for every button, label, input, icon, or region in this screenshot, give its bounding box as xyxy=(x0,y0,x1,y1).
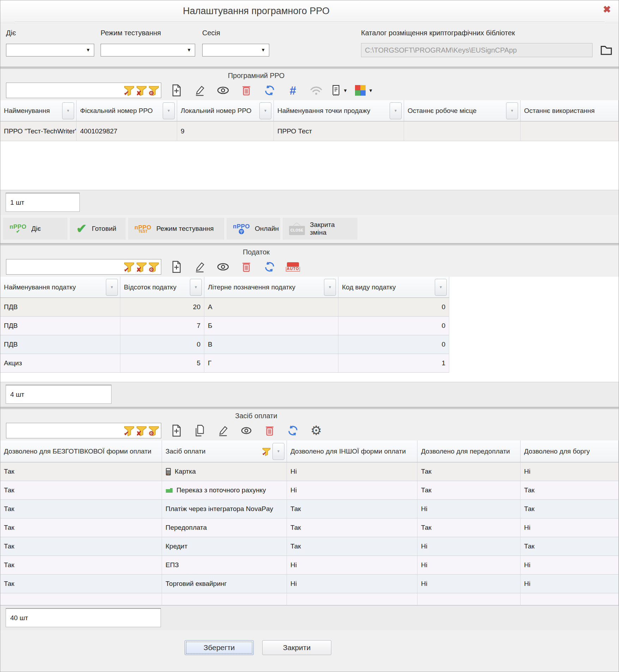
fiscal-number-button[interactable]: # xyxy=(285,82,301,99)
eye-icon xyxy=(217,86,229,95)
edit-button[interactable] xyxy=(215,422,231,439)
add-button[interactable] xyxy=(168,258,185,275)
empty-table-space xyxy=(0,373,619,382)
column-filter-button[interactable]: ▼ xyxy=(190,279,202,296)
copy-icon xyxy=(194,424,205,437)
table-cell: Так xyxy=(287,537,417,556)
testmode-select[interactable]: ▼ xyxy=(101,44,195,56)
refresh-button[interactable] xyxy=(262,82,278,99)
table-cell: Торговий еквайринг xyxy=(162,575,287,593)
copy-button[interactable] xyxy=(192,422,208,439)
table-row[interactable]: Так xyxy=(0,575,162,593)
closed-shift-icon: CLOSE xyxy=(289,222,305,235)
filter-settings-icon[interactable]: ⚙ xyxy=(149,85,159,96)
table-cell: 9 xyxy=(177,121,274,141)
column-filter-button[interactable]: ▼ xyxy=(62,102,74,119)
column-header: Літерне позначення податку▼ xyxy=(204,277,338,298)
table-row[interactable]: Так xyxy=(0,481,162,500)
delete-button[interactable] xyxy=(238,258,254,275)
table-cell: Ні xyxy=(287,556,417,575)
table-row[interactable]: Так xyxy=(0,518,162,537)
nprro-test-icon: пРРОTEST xyxy=(134,224,151,233)
table-cell: ПРРО Тест xyxy=(274,121,404,141)
table-cell: 20 xyxy=(120,298,204,317)
hash-icon: # xyxy=(290,85,296,96)
table-row[interactable]: ПДВ xyxy=(0,317,120,335)
payment-filter-input[interactable] xyxy=(7,424,113,437)
color-marker-menu[interactable]: ▼ xyxy=(355,85,373,96)
svg-text:✘: ✘ xyxy=(136,266,142,272)
browse-folder-button[interactable] xyxy=(600,43,613,56)
report-menu[interactable]: ▼ xyxy=(331,85,348,96)
table-cell: В xyxy=(204,335,338,354)
svg-text:✘: ✘ xyxy=(136,90,142,96)
action-select[interactable]: ▼ xyxy=(6,44,94,56)
filter-apply-icon[interactable]: ✔ xyxy=(124,85,134,96)
table-row[interactable]: Так xyxy=(0,500,162,518)
column-filter-button[interactable]: ▼ xyxy=(390,102,402,119)
refresh-button[interactable] xyxy=(262,258,278,275)
edit-button[interactable] xyxy=(192,258,208,275)
close-button[interactable]: Закрити xyxy=(262,640,331,655)
column-filter-button[interactable]: ▼ xyxy=(259,102,271,119)
view-button[interactable] xyxy=(215,258,231,275)
svg-text:✔: ✔ xyxy=(124,90,129,96)
view-button[interactable] xyxy=(238,422,254,439)
filter-settings-icon[interactable]: ⚙ xyxy=(149,425,159,436)
table-row[interactable]: Так xyxy=(0,537,162,556)
refresh-button[interactable] xyxy=(285,422,301,439)
svg-text:✘: ✘ xyxy=(136,430,142,436)
trash-icon xyxy=(241,84,251,96)
rro-filter-input[interactable] xyxy=(7,84,113,97)
rro-section-title: Програмний РРО xyxy=(0,69,512,80)
section-separator xyxy=(0,407,619,409)
table-cell: Ні xyxy=(287,481,417,500)
column-header: Дозволено для ІНШОЇ форми оплати xyxy=(287,440,417,462)
table-row[interactable]: ПРРО "Тест-TechWriter" xyxy=(0,121,77,141)
add-button[interactable] xyxy=(168,82,185,99)
status-badge: пРРО✔ Діє xyxy=(3,218,67,240)
filter-apply-icon[interactable]: ✔ xyxy=(124,425,134,436)
settings-button[interactable]: ⚙ xyxy=(308,422,324,439)
filter-clear-icon[interactable]: ✘ xyxy=(136,262,147,272)
connection-button[interactable] xyxy=(308,82,324,99)
delete-button[interactable] xyxy=(238,82,254,99)
add-button[interactable] xyxy=(168,422,185,439)
save-button[interactable]: Зберегти xyxy=(185,640,254,655)
table-row[interactable]: Акциз xyxy=(0,354,120,373)
auto-fill-button[interactable]: AUTO xyxy=(285,258,301,275)
table-cell: Ні xyxy=(521,518,619,537)
column-filter-button[interactable]: ▼ xyxy=(272,443,284,460)
delete-button[interactable] xyxy=(262,422,278,439)
action-label: Діє xyxy=(6,29,16,37)
filter-clear-icon[interactable]: ✘ xyxy=(136,85,147,96)
close-icon[interactable]: ✖ xyxy=(603,4,611,15)
session-select[interactable]: ▼ xyxy=(202,44,269,56)
crypto-path-field[interactable]: C:\TORGSOFT\PROGRAM\Keys\EUSignCPApp xyxy=(361,43,593,57)
column-filter-button[interactable]: ▼ xyxy=(435,279,447,296)
filter-settings-icon[interactable]: ⚙ xyxy=(149,262,159,272)
table-row[interactable]: Так xyxy=(0,462,162,481)
table-cell: Ні xyxy=(417,500,521,518)
view-button[interactable] xyxy=(215,82,231,99)
tax-filter-input[interactable] xyxy=(7,260,113,274)
filter-clear-icon[interactable]: ✘ xyxy=(136,425,147,436)
checkmark-icon: ✔ xyxy=(76,222,87,235)
table-cell: Платіж через інтегратора NovaPay xyxy=(162,500,287,518)
column-filter-button[interactable]: ▼ xyxy=(106,279,118,296)
column-header: Фіскальний номер РРО▼ xyxy=(77,100,177,121)
table-cell: Так xyxy=(417,518,521,537)
edit-button[interactable] xyxy=(192,82,208,99)
filter-apply-icon[interactable]: ✔ xyxy=(124,262,134,272)
table-row[interactable]: ПДВ xyxy=(0,335,120,354)
column-filter-button[interactable]: ▼ xyxy=(163,102,175,119)
column-header: Дозволено для БЕЗГОТІВКОВОЇ форми оплати xyxy=(0,440,162,462)
column-filter-button[interactable]: ▼ xyxy=(324,279,336,296)
table-cell: Передоплата xyxy=(162,518,287,537)
column-header: Засіб оплати ✔ ▼ xyxy=(162,440,287,462)
table-row[interactable]: Так xyxy=(0,556,162,575)
column-header: Найменування точки продажу▼ xyxy=(274,100,404,121)
column-filter-button[interactable]: ▼ xyxy=(506,102,518,119)
table-row[interactable]: ПДВ xyxy=(0,298,120,317)
tax-section-title: Податок xyxy=(0,246,512,257)
